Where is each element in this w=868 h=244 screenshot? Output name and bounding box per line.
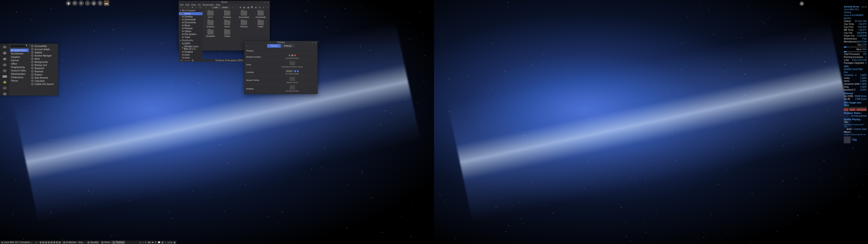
dock-telegram-icon[interactable]: ✈ bbox=[79, 0, 84, 6]
tray-updates-icon[interactable]: ⬆ bbox=[145, 241, 147, 244]
zoom-in-icon[interactable]: ➕ bbox=[191, 59, 194, 62]
sidebar-item[interactable]: Pictures bbox=[179, 27, 203, 30]
file-item[interactable]: Pictures bbox=[238, 20, 250, 28]
tray-clock[interactable]: 14:55 bbox=[167, 241, 173, 244]
search-icon[interactable]: 🔍 bbox=[250, 6, 254, 9]
category-item[interactable]: Graphics bbox=[10, 55, 29, 59]
menu-lock-icon[interactable]: 🔒 bbox=[2, 81, 7, 84]
category-item[interactable]: Preferences bbox=[10, 76, 29, 79]
file-item[interactable]: DATA bbox=[204, 11, 217, 18]
new-folder-icon[interactable]: ▦ bbox=[247, 6, 250, 9]
nav-computer-icon[interactable]: ▭ bbox=[199, 6, 202, 9]
dock-skype-icon[interactable]: S bbox=[97, 0, 103, 6]
sidebar-item[interactable]: Downloads bbox=[179, 18, 203, 21]
app-item[interactable]: Bluetooth bbox=[31, 67, 57, 70]
launcher-steam-icon[interactable] bbox=[56, 241, 58, 244]
app-item[interactable]: Brasero bbox=[31, 73, 57, 76]
theme-selector[interactable]: Sardi-Mono-Numix-Colora bbox=[269, 61, 315, 68]
tray-network-icon[interactable]: ⇵ bbox=[155, 241, 157, 244]
menu-logout-icon[interactable]: ⎋ bbox=[2, 86, 7, 89]
tray-bluetooth-icon[interactable]: ᚼ bbox=[165, 241, 166, 244]
file-item[interactable]: Music bbox=[221, 20, 233, 28]
launcher-firefox-icon[interactable] bbox=[42, 241, 44, 244]
nav-home-icon[interactable]: ⌂ bbox=[195, 6, 198, 9]
category-item[interactable]: Internet bbox=[10, 59, 29, 62]
app-item[interactable]: Atom bbox=[31, 57, 57, 60]
tab-settings[interactable]: Settings bbox=[281, 44, 294, 48]
path-edit-icon[interactable]: › bbox=[231, 6, 234, 9]
sidebar-item[interactable]: File System bbox=[179, 33, 203, 36]
theme-selector[interactable]: ButtonArc-Dark-Smoke bbox=[269, 70, 315, 75]
tray-volume-icon[interactable]: 🔊 bbox=[161, 241, 164, 244]
category-item[interactable]: Places bbox=[10, 79, 29, 83]
menu-files-icon[interactable]: ▦ bbox=[2, 51, 7, 55]
show-desktop-button[interactable]: ▭ bbox=[34, 241, 39, 244]
category-item[interactable]: All Applications bbox=[10, 49, 29, 52]
app-item[interactable]: Bulk Rename bbox=[31, 76, 57, 79]
back-icon[interactable]: ‹ bbox=[246, 45, 247, 47]
window-titlebar[interactable]: Home — ◻ ✕ bbox=[179, 1, 270, 4]
sidebar-item[interactable]: Videos bbox=[179, 30, 203, 33]
app-item[interactable]: Brackets bbox=[31, 70, 57, 73]
window-titlebar[interactable]: Themes — ◻ ✕ bbox=[244, 41, 317, 44]
app-item[interactable]: Backup Tool bbox=[31, 63, 57, 67]
theme-selector[interactable]: Arc-Dark-Smoke bbox=[269, 85, 315, 92]
launcher-settings-icon[interactable] bbox=[48, 241, 50, 244]
view-list-icon[interactable]: ☰ bbox=[258, 6, 261, 9]
file-item[interactable]: Videos bbox=[221, 30, 233, 37]
sidebar-item[interactable]: Home bbox=[179, 12, 203, 15]
app-item[interactable]: Accessibility bbox=[31, 44, 57, 48]
sidebar-item[interactable]: Desktop bbox=[179, 15, 203, 18]
view-compact-icon[interactable]: ≡ bbox=[262, 6, 265, 9]
file-item[interactable]: Public bbox=[254, 20, 267, 28]
launcher-chrome-icon[interactable] bbox=[59, 241, 61, 244]
app-item[interactable]: Calculator bbox=[31, 79, 57, 83]
app-item[interactable]: Catfish File Search bbox=[31, 83, 57, 86]
menu-settings-icon[interactable]: ⚙ bbox=[2, 63, 7, 66]
category-item[interactable]: Programming bbox=[10, 65, 29, 69]
breadcrumb-segment[interactable]: erik bbox=[210, 6, 220, 9]
menu-item[interactable]: Go bbox=[198, 4, 201, 6]
menu-power-icon[interactable]: ⏻ bbox=[2, 92, 7, 96]
sidebar-bookmark[interactable]: DATA bbox=[179, 42, 203, 45]
tray-notification-icon[interactable]: 💬 bbox=[158, 241, 160, 244]
menu-item[interactable]: File bbox=[180, 4, 184, 6]
maximize-icon[interactable]: ◻ bbox=[264, 1, 266, 3]
category-item[interactable]: Office bbox=[10, 62, 29, 65]
app-item[interactable]: Backgrounds bbox=[31, 60, 57, 63]
sidebar-toggle-icon[interactable]: ◧ bbox=[243, 6, 246, 9]
sidebar-item[interactable]: Documents bbox=[179, 21, 203, 24]
sidebar-bookmark[interactable]: icons bbox=[179, 53, 203, 56]
dock-spotify-icon[interactable]: ♫ bbox=[85, 0, 90, 6]
dock-steam-icon[interactable]: ⟳ bbox=[72, 0, 78, 6]
menu-favorites-icon[interactable]: ★ bbox=[2, 45, 7, 49]
close-icon[interactable]: ✕ bbox=[268, 1, 269, 3]
menu-item[interactable]: Edit bbox=[185, 4, 189, 6]
app-item[interactable]: Account details bbox=[31, 48, 57, 51]
path-toggle-icon[interactable]: ‹ bbox=[205, 6, 208, 9]
launcher-files-icon[interactable] bbox=[39, 241, 42, 244]
menu-places-icon[interactable] bbox=[2, 75, 7, 78]
file-item[interactable]: Documents bbox=[238, 11, 250, 18]
sidebar-bookmark[interactable]: Dropbox bbox=[179, 50, 203, 53]
category-item[interactable]: Sound & Video bbox=[10, 69, 29, 72]
view-icons-icon[interactable]: ⊞ bbox=[254, 6, 257, 9]
sidebar-item[interactable]: Music bbox=[179, 24, 203, 27]
theme-selector[interactable]: Breeze_Snow bbox=[269, 77, 315, 83]
taskbar-item[interactable]: [Collecties - Goo... bbox=[62, 241, 86, 244]
breadcrumb-segment[interactable]: Home bbox=[220, 6, 230, 9]
launcher-terminal-icon[interactable] bbox=[45, 241, 47, 244]
zoom-slider[interactable] bbox=[184, 60, 190, 61]
nav-refresh-icon[interactable]: ⟳ bbox=[191, 6, 194, 9]
file-item[interactable]: Templates bbox=[204, 30, 217, 37]
menu-item[interactable]: View bbox=[191, 4, 196, 6]
taskbar-item[interactable]: Home bbox=[100, 241, 112, 244]
app-item[interactable]: Applets bbox=[31, 51, 57, 54]
menu-terminal-icon[interactable]: ▣ bbox=[2, 57, 7, 61]
category-item[interactable]: Administration bbox=[10, 72, 29, 76]
taskbar-item[interactable]: Themes bbox=[112, 241, 125, 244]
tray-user-count[interactable]: 1 bbox=[143, 241, 144, 244]
launcher-software-icon[interactable] bbox=[51, 241, 53, 244]
launcher-spotify-icon[interactable] bbox=[53, 241, 55, 244]
menu-software-icon[interactable]: S bbox=[2, 69, 7, 72]
